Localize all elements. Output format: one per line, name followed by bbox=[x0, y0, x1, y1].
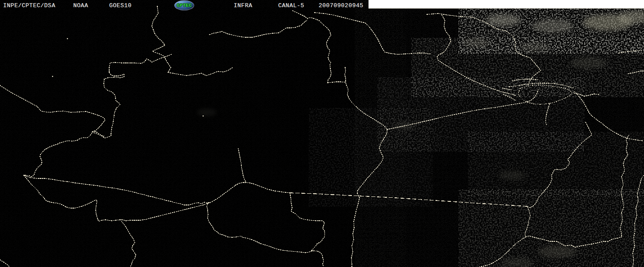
cloud-blob bbox=[532, 19, 573, 33]
datetime-label: 200709020945 bbox=[319, 3, 364, 9]
cloud-blob bbox=[520, 42, 550, 52]
cloud-patch bbox=[0, 9, 386, 267]
cloud-layer bbox=[0, 9, 644, 267]
map-dot bbox=[52, 76, 53, 77]
map-dot bbox=[203, 116, 204, 117]
top-right-blank-strip bbox=[369, 0, 644, 9]
satellite-label: GOES10 bbox=[109, 3, 132, 9]
cloud-blob bbox=[499, 171, 526, 180]
cptec-logo: CPTEC bbox=[174, 0, 194, 10]
map-dot bbox=[67, 38, 68, 40]
satellite-map-image bbox=[0, 0, 644, 267]
cptec-logo-text: CPTEC bbox=[177, 3, 191, 8]
satellite-image-viewport: INPE/CPTEC/DSA NOAA GOES10 CPTEC INFRA C… bbox=[0, 0, 644, 267]
cloud-blob bbox=[571, 57, 607, 69]
cloud-patch bbox=[369, 9, 644, 267]
sensor-label: INFRA bbox=[234, 3, 253, 9]
agency-label: INPE/CPTEC/DSA bbox=[3, 3, 55, 9]
cloud-blob bbox=[538, 245, 576, 258]
cloud-blob bbox=[463, 38, 490, 47]
cloud-blob bbox=[486, 14, 520, 26]
channel-label: CANAL-5 bbox=[278, 3, 304, 9]
org-label: NOAA bbox=[73, 3, 88, 9]
cloud-blob bbox=[197, 109, 217, 116]
